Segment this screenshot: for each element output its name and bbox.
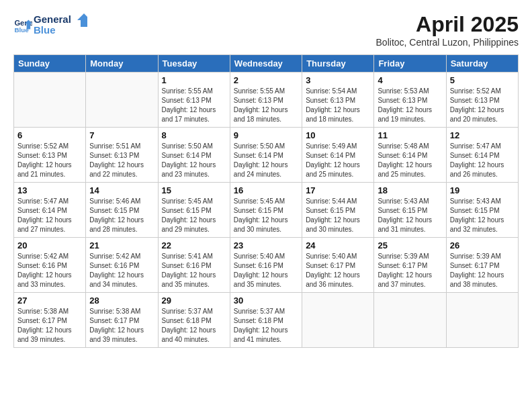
header: General Blue General Blue April 2025 Bol…: [13, 12, 519, 48]
calendar-week-row: 13Sunrise: 5:47 AM Sunset: 6:14 PM Dayli…: [14, 183, 519, 238]
table-row: 29Sunrise: 5:37 AM Sunset: 6:18 PM Dayli…: [158, 293, 230, 348]
header-friday: Friday: [374, 55, 446, 73]
day-number: 30: [234, 295, 298, 306]
table-row: [302, 293, 374, 348]
day-info: Sunrise: 5:40 AM Sunset: 6:16 PM Dayligh…: [234, 252, 298, 289]
logo: General Blue General Blue: [13, 12, 87, 39]
table-row: 10Sunrise: 5:49 AM Sunset: 6:14 PM Dayli…: [302, 128, 374, 183]
table-row: 5Sunrise: 5:52 AM Sunset: 6:13 PM Daylig…: [446, 73, 518, 128]
table-row: [86, 73, 158, 128]
day-info: Sunrise: 5:44 AM Sunset: 6:15 PM Dayligh…: [306, 197, 370, 234]
day-number: 7: [89, 130, 154, 140]
table-row: 20Sunrise: 5:42 AM Sunset: 6:16 PM Dayli…: [14, 238, 86, 293]
table-row: 14Sunrise: 5:46 AM Sunset: 6:15 PM Dayli…: [86, 183, 158, 238]
table-row: 3Sunrise: 5:54 AM Sunset: 6:13 PM Daylig…: [302, 73, 374, 128]
table-row: 8Sunrise: 5:50 AM Sunset: 6:14 PM Daylig…: [158, 128, 230, 183]
day-number: 8: [162, 130, 226, 140]
calendar-table: Sunday Monday Tuesday Wednesday Thursday…: [13, 54, 519, 348]
header-monday: Monday: [86, 55, 158, 73]
day-number: 27: [17, 295, 82, 306]
day-info: Sunrise: 5:41 AM Sunset: 6:16 PM Dayligh…: [162, 252, 226, 289]
day-info: Sunrise: 5:39 AM Sunset: 6:17 PM Dayligh…: [378, 252, 442, 289]
table-row: 2Sunrise: 5:55 AM Sunset: 6:13 PM Daylig…: [230, 73, 302, 128]
day-info: Sunrise: 5:42 AM Sunset: 6:16 PM Dayligh…: [17, 252, 82, 289]
day-info: Sunrise: 5:43 AM Sunset: 6:15 PM Dayligh…: [378, 197, 442, 234]
table-row: 4Sunrise: 5:53 AM Sunset: 6:13 PM Daylig…: [374, 73, 446, 128]
svg-text:General: General: [34, 13, 71, 25]
day-number: 15: [162, 185, 226, 195]
table-row: 27Sunrise: 5:38 AM Sunset: 6:17 PM Dayli…: [14, 293, 86, 348]
calendar-header-row: Sunday Monday Tuesday Wednesday Thursday…: [14, 55, 519, 73]
subtitle: Bolitoc, Central Luzon, Philippines: [376, 37, 519, 48]
day-number: 3: [306, 75, 370, 85]
day-number: 6: [17, 130, 82, 140]
table-row: 25Sunrise: 5:39 AM Sunset: 6:17 PM Dayli…: [374, 238, 446, 293]
day-info: Sunrise: 5:40 AM Sunset: 6:17 PM Dayligh…: [306, 252, 370, 289]
day-number: 25: [378, 240, 442, 250]
table-row: [14, 73, 86, 128]
day-info: Sunrise: 5:38 AM Sunset: 6:17 PM Dayligh…: [89, 307, 154, 345]
table-row: 19Sunrise: 5:43 AM Sunset: 6:15 PM Dayli…: [446, 183, 518, 238]
day-info: Sunrise: 5:49 AM Sunset: 6:14 PM Dayligh…: [306, 142, 370, 179]
day-number: 26: [450, 240, 515, 250]
day-info: Sunrise: 5:55 AM Sunset: 6:13 PM Dayligh…: [234, 87, 298, 124]
day-info: Sunrise: 5:55 AM Sunset: 6:13 PM Dayligh…: [162, 87, 226, 124]
day-info: Sunrise: 5:43 AM Sunset: 6:15 PM Dayligh…: [450, 197, 515, 234]
day-info: Sunrise: 5:45 AM Sunset: 6:15 PM Dayligh…: [162, 197, 226, 234]
logo-svg: General Blue: [34, 12, 87, 36]
svg-marker-5: [77, 13, 87, 27]
table-row: 18Sunrise: 5:43 AM Sunset: 6:15 PM Dayli…: [374, 183, 446, 238]
table-row: 23Sunrise: 5:40 AM Sunset: 6:16 PM Dayli…: [230, 238, 302, 293]
day-number: 16: [234, 185, 298, 195]
day-info: Sunrise: 5:52 AM Sunset: 6:13 PM Dayligh…: [17, 142, 82, 179]
day-number: 18: [378, 185, 442, 195]
table-row: 16Sunrise: 5:45 AM Sunset: 6:15 PM Dayli…: [230, 183, 302, 238]
table-row: 9Sunrise: 5:50 AM Sunset: 6:14 PM Daylig…: [230, 128, 302, 183]
title-area: April 2025 Bolitoc, Central Luzon, Phili…: [376, 12, 519, 48]
day-info: Sunrise: 5:37 AM Sunset: 6:18 PM Dayligh…: [234, 307, 298, 345]
day-info: Sunrise: 5:51 AM Sunset: 6:13 PM Dayligh…: [89, 142, 154, 179]
header-wednesday: Wednesday: [230, 55, 302, 73]
table-row: 13Sunrise: 5:47 AM Sunset: 6:14 PM Dayli…: [14, 183, 86, 238]
day-info: Sunrise: 5:37 AM Sunset: 6:18 PM Dayligh…: [162, 307, 226, 345]
day-number: 13: [17, 185, 82, 195]
table-row: 24Sunrise: 5:40 AM Sunset: 6:17 PM Dayli…: [302, 238, 374, 293]
day-number: 10: [306, 130, 370, 140]
day-number: 20: [17, 240, 82, 250]
day-number: 9: [234, 130, 298, 140]
calendar-week-row: 27Sunrise: 5:38 AM Sunset: 6:17 PM Dayli…: [14, 293, 519, 348]
day-number: 21: [89, 240, 154, 250]
svg-text:Blue: Blue: [34, 24, 56, 36]
table-row: 21Sunrise: 5:42 AM Sunset: 6:16 PM Dayli…: [86, 238, 158, 293]
header-saturday: Saturday: [446, 55, 518, 73]
header-sunday: Sunday: [14, 55, 86, 73]
day-info: Sunrise: 5:47 AM Sunset: 6:14 PM Dayligh…: [450, 142, 515, 179]
day-info: Sunrise: 5:50 AM Sunset: 6:14 PM Dayligh…: [162, 142, 226, 179]
day-number: 17: [306, 185, 370, 195]
day-number: 29: [162, 295, 226, 306]
calendar-week-row: 20Sunrise: 5:42 AM Sunset: 6:16 PM Dayli…: [14, 238, 519, 293]
day-number: 12: [450, 130, 515, 140]
header-thursday: Thursday: [302, 55, 374, 73]
day-info: Sunrise: 5:54 AM Sunset: 6:13 PM Dayligh…: [306, 87, 370, 124]
day-info: Sunrise: 5:45 AM Sunset: 6:15 PM Dayligh…: [234, 197, 298, 234]
day-info: Sunrise: 5:42 AM Sunset: 6:16 PM Dayligh…: [89, 252, 154, 289]
day-number: 22: [162, 240, 226, 250]
calendar-week-row: 6Sunrise: 5:52 AM Sunset: 6:13 PM Daylig…: [14, 128, 519, 183]
table-row: [374, 293, 446, 348]
day-number: 1: [162, 75, 226, 85]
day-info: Sunrise: 5:50 AM Sunset: 6:14 PM Dayligh…: [234, 142, 298, 179]
table-row: 6Sunrise: 5:52 AM Sunset: 6:13 PM Daylig…: [14, 128, 86, 183]
header-tuesday: Tuesday: [158, 55, 230, 73]
day-info: Sunrise: 5:38 AM Sunset: 6:17 PM Dayligh…: [17, 307, 82, 345]
day-number: 19: [450, 185, 515, 195]
table-row: 7Sunrise: 5:51 AM Sunset: 6:13 PM Daylig…: [86, 128, 158, 183]
table-row: [446, 293, 518, 348]
day-number: 5: [450, 75, 515, 85]
day-info: Sunrise: 5:47 AM Sunset: 6:14 PM Dayligh…: [17, 197, 82, 234]
day-info: Sunrise: 5:53 AM Sunset: 6:13 PM Dayligh…: [378, 87, 442, 124]
table-row: 1Sunrise: 5:55 AM Sunset: 6:13 PM Daylig…: [158, 73, 230, 128]
day-number: 23: [234, 240, 298, 250]
table-row: 26Sunrise: 5:39 AM Sunset: 6:17 PM Dayli…: [446, 238, 518, 293]
table-row: 11Sunrise: 5:48 AM Sunset: 6:14 PM Dayli…: [374, 128, 446, 183]
